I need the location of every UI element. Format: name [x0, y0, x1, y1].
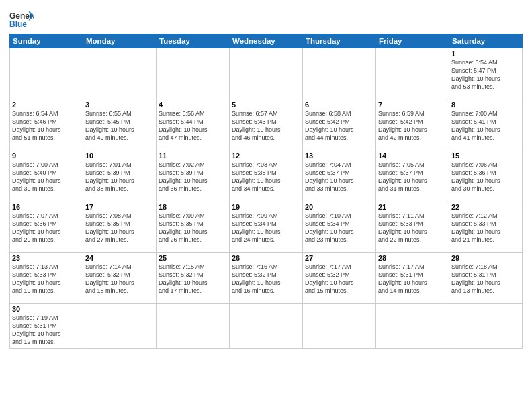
calendar-cell: 18Sunrise: 7:09 AM Sunset: 5:35 PM Dayli… [157, 201, 230, 253]
day-number: 17 [85, 203, 154, 211]
day-info: Sunrise: 7:05 AM Sunset: 5:37 PM Dayligh… [378, 161, 447, 193]
day-number: 26 [232, 254, 300, 262]
day-number: 27 [305, 254, 373, 262]
day-info: Sunrise: 7:15 AM Sunset: 5:32 PM Dayligh… [159, 263, 227, 295]
day-info: Sunrise: 7:19 AM Sunset: 5:31 PM Dayligh… [12, 314, 81, 347]
day-number: 4 [159, 101, 227, 109]
calendar-cell: 26Sunrise: 7:16 AM Sunset: 5:32 PM Dayli… [230, 253, 303, 304]
calendar-cell: 13Sunrise: 7:04 AM Sunset: 5:37 PM Dayli… [303, 150, 376, 201]
calendar-cell: 4Sunrise: 6:56 AM Sunset: 5:44 PM Daylig… [157, 99, 230, 150]
day-number: 22 [451, 203, 520, 211]
calendar-cell: 29Sunrise: 7:18 AM Sunset: 5:31 PM Dayli… [449, 253, 523, 304]
day-number: 13 [305, 152, 373, 160]
day-info: Sunrise: 7:11 AM Sunset: 5:33 PM Dayligh… [378, 212, 447, 244]
calendar: SundayMondayTuesdayWednesdayThursdayFrid… [9, 34, 523, 349]
day-number: 30 [12, 305, 81, 313]
day-number: 28 [378, 254, 447, 262]
day-number: 12 [232, 152, 300, 160]
day-info: Sunrise: 7:16 AM Sunset: 5:32 PM Dayligh… [232, 263, 300, 295]
calendar-cell: 5Sunrise: 6:57 AM Sunset: 5:43 PM Daylig… [230, 99, 303, 150]
calendar-cell: 1Sunrise: 6:54 AM Sunset: 5:47 PM Daylig… [449, 48, 523, 99]
day-header-wednesday: Wednesday [230, 34, 303, 48]
day-number: 20 [305, 203, 373, 211]
day-number: 21 [378, 203, 447, 211]
calendar-cell: 20Sunrise: 7:10 AM Sunset: 5:34 PM Dayli… [303, 201, 376, 253]
day-number: 5 [232, 101, 300, 109]
page: General Blue SundayMondayTuesdayWednesda… [0, 0, 532, 411]
day-info: Sunrise: 7:00 AM Sunset: 5:40 PM Dayligh… [12, 161, 81, 193]
calendar-cell: 3Sunrise: 6:55 AM Sunset: 5:45 PM Daylig… [83, 99, 157, 150]
day-number: 23 [12, 254, 81, 262]
calendar-cell [157, 304, 230, 349]
calendar-week-2: 2Sunrise: 6:54 AM Sunset: 5:46 PM Daylig… [10, 99, 523, 150]
day-info: Sunrise: 7:17 AM Sunset: 5:31 PM Dayligh… [378, 263, 447, 295]
day-number: 3 [85, 101, 154, 109]
calendar-week-5: 23Sunrise: 7:13 AM Sunset: 5:33 PM Dayli… [10, 253, 523, 304]
day-number: 25 [159, 254, 227, 262]
calendar-week-4: 16Sunrise: 7:07 AM Sunset: 5:36 PM Dayli… [10, 201, 523, 253]
day-info: Sunrise: 7:13 AM Sunset: 5:33 PM Dayligh… [12, 263, 81, 295]
day-info: Sunrise: 7:18 AM Sunset: 5:31 PM Dayligh… [451, 263, 520, 295]
day-number: 19 [232, 203, 300, 211]
calendar-cell [376, 48, 449, 99]
day-number: 9 [12, 152, 81, 160]
day-info: Sunrise: 7:12 AM Sunset: 5:33 PM Dayligh… [451, 212, 520, 244]
day-number: 1 [451, 50, 520, 58]
day-number: 18 [159, 203, 227, 211]
day-number: 8 [451, 101, 520, 109]
day-info: Sunrise: 7:09 AM Sunset: 5:35 PM Dayligh… [159, 212, 227, 244]
calendar-cell [10, 48, 83, 99]
day-info: Sunrise: 7:00 AM Sunset: 5:41 PM Dayligh… [451, 109, 520, 142]
calendar-cell: 6Sunrise: 6:58 AM Sunset: 5:42 PM Daylig… [303, 99, 376, 150]
day-info: Sunrise: 6:54 AM Sunset: 5:47 PM Dayligh… [451, 58, 520, 91]
day-info: Sunrise: 7:09 AM Sunset: 5:34 PM Dayligh… [232, 212, 300, 244]
day-info: Sunrise: 7:06 AM Sunset: 5:36 PM Dayligh… [451, 161, 520, 193]
day-header-tuesday: Tuesday [157, 34, 230, 48]
day-info: Sunrise: 7:03 AM Sunset: 5:38 PM Dayligh… [232, 161, 300, 193]
day-number: 24 [85, 254, 154, 262]
calendar-cell [230, 304, 303, 349]
calendar-cell: 25Sunrise: 7:15 AM Sunset: 5:32 PM Dayli… [157, 253, 230, 304]
calendar-cell: 9Sunrise: 7:00 AM Sunset: 5:40 PM Daylig… [10, 150, 83, 201]
logo-icon: General Blue [9, 9, 34, 30]
day-header-monday: Monday [83, 34, 157, 48]
day-header-saturday: Saturday [449, 34, 523, 48]
day-info: Sunrise: 6:57 AM Sunset: 5:43 PM Dayligh… [232, 109, 300, 142]
day-number: 2 [12, 101, 81, 109]
day-header-friday: Friday [376, 34, 449, 48]
calendar-cell: 2Sunrise: 6:54 AM Sunset: 5:46 PM Daylig… [10, 99, 83, 150]
calendar-cell: 12Sunrise: 7:03 AM Sunset: 5:38 PM Dayli… [230, 150, 303, 201]
calendar-cell [449, 304, 523, 349]
day-info: Sunrise: 7:02 AM Sunset: 5:39 PM Dayligh… [159, 161, 227, 193]
day-number: 7 [378, 101, 447, 109]
day-number: 10 [85, 152, 154, 160]
day-number: 14 [378, 152, 447, 160]
calendar-cell: 28Sunrise: 7:17 AM Sunset: 5:31 PM Dayli… [376, 253, 449, 304]
calendar-week-1: 1Sunrise: 6:54 AM Sunset: 5:47 PM Daylig… [10, 48, 523, 99]
logo: General Blue [9, 9, 34, 30]
calendar-cell: 23Sunrise: 7:13 AM Sunset: 5:33 PM Dayli… [10, 253, 83, 304]
day-info: Sunrise: 7:17 AM Sunset: 5:32 PM Dayligh… [305, 263, 373, 295]
calendar-cell: 24Sunrise: 7:14 AM Sunset: 5:32 PM Dayli… [83, 253, 157, 304]
day-number: 16 [12, 203, 81, 211]
calendar-cell: 14Sunrise: 7:05 AM Sunset: 5:37 PM Dayli… [376, 150, 449, 201]
calendar-cell [230, 48, 303, 99]
calendar-cell: 30Sunrise: 7:19 AM Sunset: 5:31 PM Dayli… [10, 304, 83, 349]
calendar-cell: 21Sunrise: 7:11 AM Sunset: 5:33 PM Dayli… [376, 201, 449, 253]
calendar-cell [83, 304, 157, 349]
calendar-cell [303, 304, 376, 349]
calendar-cell [83, 48, 157, 99]
calendar-cell: 19Sunrise: 7:09 AM Sunset: 5:34 PM Dayli… [230, 201, 303, 253]
day-info: Sunrise: 6:56 AM Sunset: 5:44 PM Dayligh… [159, 109, 227, 142]
calendar-cell [376, 304, 449, 349]
calendar-week-6: 30Sunrise: 7:19 AM Sunset: 5:31 PM Dayli… [10, 304, 523, 349]
day-number: 11 [159, 152, 227, 160]
calendar-cell: 17Sunrise: 7:08 AM Sunset: 5:35 PM Dayli… [83, 201, 157, 253]
calendar-cell: 8Sunrise: 7:00 AM Sunset: 5:41 PM Daylig… [449, 99, 523, 150]
day-info: Sunrise: 6:55 AM Sunset: 5:45 PM Dayligh… [85, 109, 154, 142]
day-info: Sunrise: 7:10 AM Sunset: 5:34 PM Dayligh… [305, 212, 373, 244]
day-header-thursday: Thursday [303, 34, 376, 48]
calendar-cell: 27Sunrise: 7:17 AM Sunset: 5:32 PM Dayli… [303, 253, 376, 304]
day-number: 15 [451, 152, 520, 160]
day-info: Sunrise: 7:01 AM Sunset: 5:39 PM Dayligh… [85, 161, 154, 193]
